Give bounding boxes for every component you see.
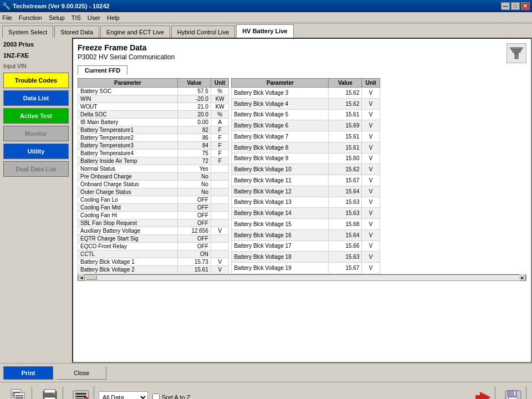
- value-cell: 20.0: [178, 111, 211, 119]
- table-row: SBL Fan Stop Request OFF: [78, 219, 229, 227]
- param-cell: Battery Blck Voltage 8: [232, 142, 329, 153]
- value-cell: 15.61: [329, 142, 362, 153]
- value-cell: No: [178, 173, 211, 181]
- tab-stored-data[interactable]: Stored Data: [54, 25, 99, 38]
- menu-function[interactable]: Function: [19, 14, 42, 21]
- print-button[interactable]: Print: [3, 366, 53, 380]
- param-cell: EQTR Charge Start Sig: [78, 235, 178, 243]
- tab-hv-battery[interactable]: HV Battery Live: [236, 24, 293, 38]
- value-cell: 57.5: [178, 88, 211, 95]
- table-row: Battery Blck Voltage 12 15.64 V: [232, 186, 380, 197]
- menu-user[interactable]: User: [88, 14, 100, 21]
- menu-help[interactable]: Help: [107, 14, 120, 21]
- sort-checkbox[interactable]: [152, 393, 160, 399]
- table-row: Battery Blck Voltage 13 15.63 V: [232, 197, 380, 208]
- unit-cell: [211, 173, 229, 181]
- param-cell: Delta SOC: [78, 111, 178, 119]
- unit-cell: V: [362, 175, 380, 186]
- table-row: EQCO Front Relay OFF: [78, 243, 229, 250]
- document-icon-btn[interactable]: [6, 386, 32, 400]
- back-arrow-btn[interactable]: [469, 386, 495, 400]
- table-row: WIN -20.0 KW: [78, 95, 229, 103]
- value-cell: 12.656: [178, 227, 211, 235]
- tab-engine-ect[interactable]: Engine and ECT Live: [100, 25, 170, 38]
- filter-icon[interactable]: [507, 43, 526, 63]
- table-row: Battery Temperature2 86 F: [78, 134, 229, 142]
- param-cell: IB Main Battery: [78, 119, 178, 126]
- param-cell: Auxiliary Battery Voltage: [78, 227, 178, 235]
- unit-cell: %: [211, 88, 229, 95]
- tab-system-select[interactable]: System Select: [2, 25, 53, 38]
- app-icon: 🔧: [2, 2, 11, 10]
- right-value-header: Value: [329, 79, 362, 88]
- param-cell: Outer Charge Status: [78, 188, 178, 196]
- toolbar: All Data Current Data Snapshot Sort A to…: [0, 382, 532, 399]
- value-cell: ON: [178, 250, 211, 258]
- param-cell: Battery SOC: [78, 88, 178, 95]
- table-row: Outer Charge Status No: [78, 188, 229, 196]
- monitor-btn[interactable]: Monitor: [3, 126, 69, 141]
- menu-setup[interactable]: Setup: [49, 14, 65, 21]
- svg-rect-29: [475, 395, 482, 400]
- minimize-button[interactable]: —: [501, 2, 510, 10]
- value-cell: 15.66: [329, 241, 362, 252]
- save-btn[interactable]: [500, 386, 526, 400]
- param-cell: Battery Blck Voltage 9: [232, 153, 329, 164]
- right-unit-header: Unit: [362, 79, 380, 88]
- ffd-tab-bar: Current FFD: [78, 65, 526, 75]
- horizontal-scrollbar[interactable]: ◄ ►: [78, 274, 526, 281]
- active-test-btn[interactable]: Active Test: [3, 108, 69, 124]
- sort-label[interactable]: Sort A to Z: [152, 393, 190, 399]
- unit-cell: A: [211, 119, 229, 126]
- dual-data-list-btn[interactable]: Dual Data List: [3, 161, 69, 177]
- freeze-frame-subtitle: P3002 HV Serial Communication: [78, 53, 526, 61]
- scroll-thumb[interactable]: [86, 275, 97, 280]
- value-cell: 75: [178, 150, 211, 157]
- maximize-button[interactable]: □: [511, 2, 520, 10]
- param-cell: Normal Status: [78, 165, 178, 173]
- print-icon-btn[interactable]: [37, 386, 63, 400]
- scroll-right-arrow[interactable]: ►: [519, 274, 526, 281]
- unit-cell: F: [211, 142, 229, 150]
- unit-cell: F: [211, 126, 229, 134]
- table-row: Battery Blck Voltage 5 15.61 V: [232, 109, 380, 120]
- data-list-btn[interactable]: Data List: [3, 90, 69, 106]
- data-filter-dropdown[interactable]: All Data Current Data Snapshot: [99, 391, 148, 400]
- param-cell: Cooling Fan Lo: [78, 196, 178, 204]
- value-cell: 15.67: [329, 175, 362, 186]
- menu-tis[interactable]: TIS: [71, 14, 81, 21]
- unit-cell: KW: [211, 103, 229, 111]
- table-row: Cooling Fan Lo OFF: [78, 196, 229, 204]
- close-button-main[interactable]: Close: [57, 366, 106, 380]
- unit-cell: V: [362, 229, 380, 241]
- menu-file[interactable]: File: [2, 14, 12, 21]
- param-cell: Battery Blck Voltage 14: [232, 208, 329, 219]
- value-cell: 15.68: [329, 219, 362, 230]
- settings-icon-btn[interactable]: [68, 386, 94, 400]
- table-row: Cooling Fan Hi OFF: [78, 212, 229, 219]
- table-row: Battery Temperature3 84 F: [78, 142, 229, 150]
- unit-cell: V: [362, 208, 380, 219]
- scroll-left-arrow[interactable]: ◄: [78, 274, 85, 281]
- value-cell: OFF: [178, 219, 211, 227]
- utility-btn[interactable]: Utility: [3, 144, 69, 159]
- trouble-codes-btn[interactable]: Trouble Codes: [3, 73, 69, 88]
- param-cell: Battery Blck Voltage 4: [232, 98, 329, 109]
- right-param-header: Parameter: [232, 79, 329, 88]
- value-cell: 15.63: [329, 208, 362, 219]
- ffd-tab-current[interactable]: Current FFD: [78, 65, 127, 75]
- unit-cell: V: [362, 98, 380, 109]
- param-cell: Battery Temperature2: [78, 134, 178, 142]
- value-cell: OFF: [178, 212, 211, 219]
- tab-hybrid-control[interactable]: Hybrid Control Live: [171, 25, 236, 38]
- svg-rect-32: [509, 397, 518, 400]
- value-cell: 15.62: [329, 88, 362, 99]
- unit-cell: V: [362, 88, 380, 99]
- value-cell: Yes: [178, 165, 211, 173]
- sidebar: 2003 Prius 1NZ-FXE Input VIN Trouble Cod…: [0, 38, 72, 363]
- value-cell: 15.64: [329, 229, 362, 241]
- value-cell: OFF: [178, 243, 211, 250]
- unit-cell: F: [211, 150, 229, 157]
- close-button[interactable]: ✕: [521, 2, 530, 10]
- param-cell: WIN: [78, 95, 178, 103]
